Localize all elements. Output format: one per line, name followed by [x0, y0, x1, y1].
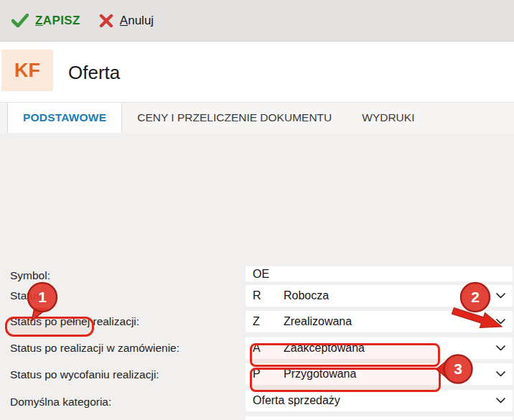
window-header: KF Oferta	[0, 42, 514, 103]
toolbar: ZAPISZ Anuluj	[0, 0, 514, 42]
form-content: Symbol: Status: Status po pełnej realiza…	[0, 133, 514, 420]
page-title: Oferta	[68, 61, 120, 83]
label-domyslna-kategoria: Domyślna kategoria:	[10, 395, 111, 409]
document-type-badge: KF	[1, 50, 53, 91]
symbol-field[interactable]: OE	[246, 266, 513, 281]
label-status-pelna: Status po pełnej realizacji:	[10, 314, 139, 329]
chevron-down-icon	[496, 398, 505, 403]
chevron-down-icon	[496, 345, 505, 351]
chevron-down-icon	[496, 293, 505, 299]
save-button-label: ZAPISZ	[35, 14, 80, 28]
chevron-down-icon	[496, 371, 505, 377]
label-status-wycofanie: Status po wycofaniu realizacji:	[10, 368, 159, 382]
status-select[interactable]: RRobocza	[246, 285, 513, 307]
x-icon	[99, 14, 113, 28]
tab-ceny-i-przeliczenie[interactable]: CENY I PRZELICZENIE DOKUMENTU	[122, 103, 347, 133]
tab-wydruki[interactable]: WYDRUKI	[347, 103, 429, 133]
cancel-button-label: Anuluj	[120, 14, 154, 28]
check-icon	[11, 14, 29, 27]
offer-definition-window: ZAPISZ Anuluj KF Oferta PODSTAWOWE CENY …	[0, 0, 514, 420]
label-status-zamowienie: Status po realizacji w zamówienie:	[10, 341, 179, 355]
label-status: Status:	[10, 289, 45, 303]
status-zamowienie-select[interactable]: AZaakceptowana	[246, 337, 513, 359]
typ-zamowienia-select[interactable]: ZKZamówienie od klienta	[246, 416, 513, 420]
save-button[interactable]: ZAPISZ	[11, 14, 80, 28]
status-pelna-select[interactable]: ZZrealizowana	[246, 311, 513, 332]
cancel-button[interactable]: Anuluj	[99, 14, 154, 28]
tab-bar: PODSTAWOWE CENY I PRZELICZENIE DOKUMENTU…	[0, 103, 514, 133]
label-symbol: Symbol:	[10, 269, 50, 283]
tab-podstawowe[interactable]: PODSTAWOWE	[7, 103, 122, 133]
domyslna-kategoria-select[interactable]: Oferta sprzedaży	[246, 390, 513, 411]
chevron-down-icon	[496, 319, 505, 325]
status-wycofanie-select[interactable]: PPrzygotowana	[246, 363, 513, 385]
